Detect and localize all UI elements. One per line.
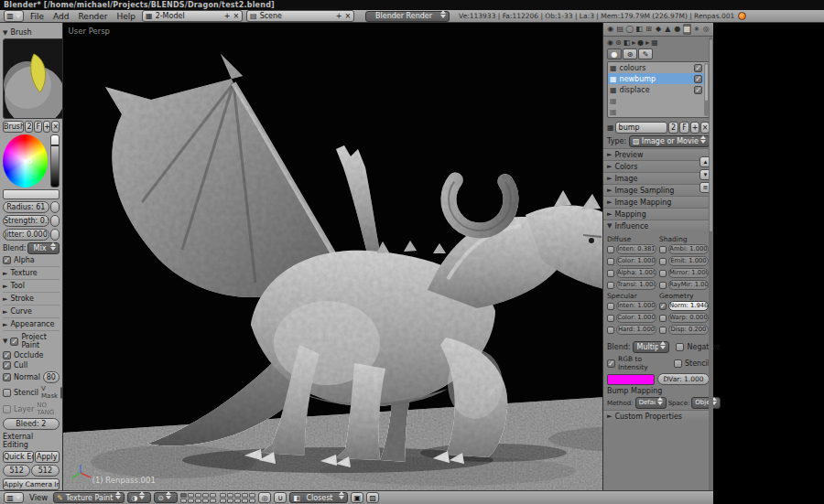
texture-users-count[interactable]: 2 <box>668 122 678 134</box>
tab-constraints-icon[interactable]: ◆ <box>654 24 662 35</box>
diffuse-color-slider[interactable]: Color: 1.000 <box>616 256 656 266</box>
texture-add-icon[interactable]: + <box>690 122 699 134</box>
texture-slot-row[interactable]: ▦displace✓ <box>608 84 709 95</box>
specular-color-slider[interactable]: Color: 1.000 <box>616 313 656 323</box>
geometry-normal-checkbox[interactable]: ✓ <box>659 303 667 310</box>
layer-checkbox[interactable] <box>3 405 11 413</box>
view-menu[interactable]: View <box>27 493 50 502</box>
layer-cell[interactable] <box>220 499 226 503</box>
apply-button[interactable]: Apply <box>35 451 60 463</box>
shading-raymirror-slider[interactable]: RayMir: 1.000 <box>668 280 709 290</box>
layer-cell[interactable] <box>220 493 226 498</box>
layer-cell[interactable] <box>234 493 241 498</box>
panel-header-influence[interactable]: ▼Influence <box>603 220 713 231</box>
tab-data-icon[interactable]: ▲ <box>664 24 672 35</box>
panel-header-stroke[interactable]: ►Stroke <box>3 292 60 303</box>
layer-cell[interactable] <box>227 499 233 503</box>
layout-add-icon[interactable]: + <box>224 11 231 21</box>
panel-header-curve[interactable]: ►Curve <box>3 305 60 316</box>
diffuse-intensity-slider[interactable]: Inten: 0.381 <box>616 244 656 254</box>
strength-pressure-toggle[interactable] <box>50 215 60 227</box>
alpha-checkbox[interactable]: ✓ <box>3 256 11 264</box>
editor-type-button[interactable]: ▥ <box>4 10 24 22</box>
specular-hardness-slider[interactable]: Hard: 1.000 <box>616 325 656 335</box>
slot-enable-checkbox[interactable]: ✓ <box>694 75 702 83</box>
layers-widget[interactable] <box>180 493 255 503</box>
apply-camera-image-button[interactable]: Apply Camera Image <box>3 478 60 490</box>
tab-object-icon[interactable]: ◧ <box>634 24 643 35</box>
panel-header-preview[interactable]: ►Preview <box>603 148 713 160</box>
tab-render-icon[interactable]: ◉ <box>606 24 614 35</box>
panel-header-tool[interactable]: ►Tool <box>3 279 60 290</box>
layer-cell[interactable] <box>242 493 248 498</box>
shading-emit-slider[interactable]: Emit: 1.000 <box>668 256 709 266</box>
tab-physics-icon[interactable]: ◎ <box>702 24 710 35</box>
geometry-warp-checkbox[interactable] <box>659 315 667 322</box>
brush-color-swatch[interactable] <box>3 189 60 199</box>
scene-close-icon[interactable]: × <box>344 11 351 21</box>
specular-intensity-checkbox[interactable] <box>607 303 614 310</box>
properties-scrollbar[interactable] <box>709 38 713 490</box>
normal-checkbox[interactable]: ✓ <box>3 373 11 381</box>
tab-particles-icon[interactable]: ∗ <box>692 24 700 35</box>
diffuse-color-checkbox[interactable] <box>607 258 614 265</box>
value-slider-handle[interactable] <box>51 145 59 146</box>
texture-slot-list[interactable]: ▦colours✓ ▦newbump✓ ▦displace✓ ▦ ▦ <box>607 61 710 118</box>
layer-cell[interactable] <box>242 499 248 503</box>
brush-users-count[interactable]: 2 <box>25 121 33 133</box>
context-tab-material-texture[interactable]: ● <box>607 48 622 59</box>
stencil-checkbox[interactable] <box>3 389 11 397</box>
layer-cell[interactable] <box>249 493 255 498</box>
layer-cell[interactable] <box>195 493 201 498</box>
negative-checkbox[interactable] <box>676 343 684 351</box>
quick-edit-button[interactable]: Quick Edit <box>3 451 34 463</box>
viewport-3d[interactable]: User Persp (1) Renpass.001 <box>63 23 602 490</box>
bump-method-dropdown[interactable]: Default <box>635 397 667 409</box>
geometry-warp-slider[interactable]: Warp: 0.000 <box>668 313 709 323</box>
wrench-icon[interactable]: ⊛ <box>615 38 622 47</box>
menu-help[interactable]: Help <box>114 12 139 21</box>
diffuse-translucency-slider[interactable]: Transl: 1.000 <box>616 280 656 290</box>
render-opengl-icon[interactable]: ▣ <box>351 492 363 503</box>
panel-header-custom-properties[interactable]: ►Custom Properties <box>603 410 713 422</box>
layer-cell[interactable] <box>202 493 209 498</box>
layer-cell[interactable] <box>188 499 194 503</box>
render-engine-dropdown[interactable]: Blender Render <box>365 11 450 22</box>
tab-world-icon[interactable]: ◯ <box>625 24 634 35</box>
brush-fake-user-button[interactable]: F <box>34 121 42 133</box>
brush-panel-header[interactable]: ▼ Brush <box>3 27 60 37</box>
texture-name-field[interactable]: bump <box>615 122 667 134</box>
layer-cell[interactable] <box>180 493 187 498</box>
panel-header-image-mapping[interactable]: ►Image Mapping <box>603 196 713 208</box>
panel-header-image[interactable]: ►Image <box>603 172 713 184</box>
color-value-slider[interactable] <box>50 134 60 188</box>
specular-hardness-checkbox[interactable] <box>607 327 614 334</box>
layer-cell[interactable] <box>227 493 233 498</box>
color-wheel[interactable] <box>3 134 48 188</box>
brush-datablock-name[interactable]: Brush <box>3 121 24 133</box>
screen-layout-selector[interactable]: ▦ 2-Model + × <box>142 10 243 22</box>
radius-pressure-toggle[interactable] <box>50 201 60 213</box>
diffuse-alpha-checkbox[interactable] <box>607 270 614 277</box>
layer-cell[interactable] <box>188 493 194 498</box>
layer-cell[interactable] <box>210 499 216 503</box>
render-opengl-anim-icon[interactable]: ▨ <box>366 492 379 503</box>
tab-modifiers-icon[interactable]: ⊞ <box>645 24 653 35</box>
texture-type-dropdown[interactable]: ▨ Image or Movie <box>629 135 710 147</box>
layers-group-1[interactable] <box>180 493 216 503</box>
project-paint-checkbox[interactable]: ✓ <box>10 338 18 346</box>
occlude-checkbox[interactable]: ✓ <box>3 351 11 359</box>
panel-header-mapping[interactable]: ►Mapping <box>603 208 713 220</box>
image-size-y-field[interactable]: 512 <box>31 465 59 477</box>
diffuse-alpha-slider[interactable]: Alpha: 1.000 <box>616 268 656 278</box>
normal-angle-slider[interactable]: 80 <box>43 371 60 383</box>
diffuse-intensity-checkbox[interactable] <box>607 246 614 253</box>
image-size-x-field[interactable]: 512 <box>3 465 30 477</box>
layer-cell[interactable] <box>202 499 209 503</box>
pivot-point-dropdown[interactable]: ⊙ <box>154 492 178 503</box>
context-tab-world-texture[interactable]: ⊛ <box>623 48 637 59</box>
tab-material-icon[interactable]: ● <box>673 24 681 35</box>
viewport-shading-dropdown[interactable]: ◑ <box>127 492 151 503</box>
brush-add-icon[interactable]: + <box>43 121 50 133</box>
dvar-slider[interactable]: DVar: 1.000 <box>657 373 710 385</box>
